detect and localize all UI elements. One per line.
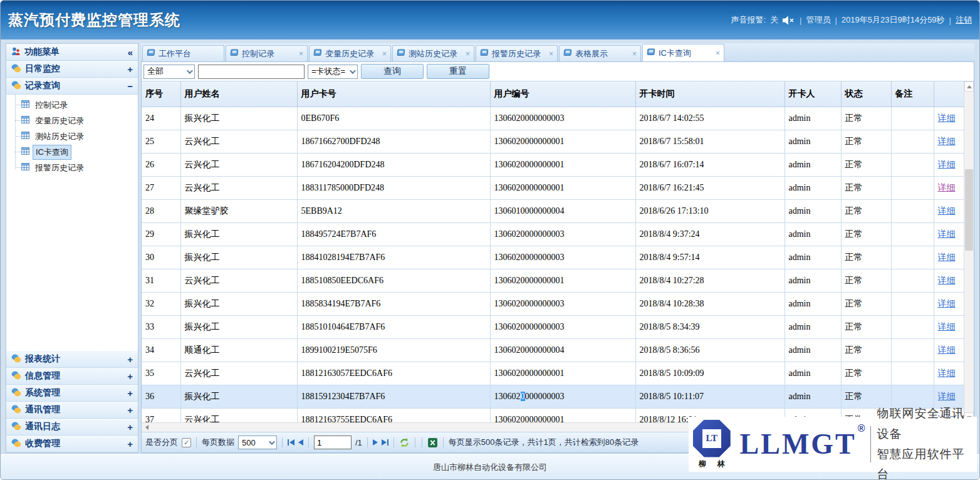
sidebar-group-fee-management[interactable]: 收费管理 + [6, 436, 138, 452]
detail-link[interactable]: 详细 [938, 113, 956, 123]
cell-card: 0EB670F6 [297, 107, 490, 130]
export-excel-icon[interactable] [427, 437, 438, 448]
cell-name: 振兴化工 [180, 292, 297, 315]
sidebar-item-label: 测站历史记录 [33, 130, 86, 143]
close-tab-icon[interactable]: × [466, 50, 470, 58]
header-status-bar: 声音报警: 关 | 管理员 | 2019年5月23日9时14分59秒 | 注销 [731, 14, 972, 26]
last-page-button[interactable] [382, 439, 388, 446]
tab-control-records[interactable]: 控制记录 × [226, 45, 308, 61]
table-row[interactable]: 33振兴化工18851010464E7B7AF61306020000000003… [142, 315, 964, 338]
cell-user_no: 1306020000000003 [490, 292, 635, 315]
scroll-up-icon[interactable] [964, 81, 974, 91]
cell-seq: 35 [142, 362, 180, 385]
table-row[interactable]: 27云兴化工188311785000DFD2481306020000000001… [142, 176, 964, 199]
detail-link[interactable]: 详细 [938, 206, 956, 216]
page-size-label: 每页数据 [202, 437, 234, 448]
sidebar-group-daily-monitoring[interactable]: 日常监控 + [6, 61, 138, 78]
reset-button[interactable]: 重置 [427, 64, 489, 79]
cell-seq: 24 [142, 107, 180, 130]
sidebar-group-comm-management[interactable]: 通讯管理 + [6, 402, 138, 419]
page-number-input[interactable] [314, 436, 352, 449]
sidebar-group-system-management[interactable]: 系统管理 + [6, 385, 138, 402]
detail-link[interactable]: 详细 [938, 368, 956, 378]
bubbles-icon [11, 81, 21, 91]
sidebar-item-alarm-history[interactable]: 报警历史记录 [6, 160, 138, 175]
tab-table-display[interactable]: 表格展示 × [559, 45, 641, 61]
close-tab-icon[interactable]: × [549, 50, 553, 58]
tab-work-platform[interactable]: 工作平台 [142, 45, 224, 61]
logout-link[interactable]: 注销 [956, 14, 972, 26]
sound-alarm-state[interactable]: 关 [770, 14, 778, 26]
sidebar-group-label: 通讯管理 [25, 404, 60, 415]
detail-link[interactable]: 详细 [938, 229, 956, 239]
table-row[interactable]: 35云兴化工18812163057EEDC6AF6130602000000000… [142, 362, 964, 385]
next-page-button[interactable] [373, 439, 378, 446]
cell-name: 云兴化工 [180, 153, 297, 176]
detail-link[interactable]: 详细 [938, 253, 956, 262]
sidebar-group-info-management[interactable]: 信息管理 + [6, 368, 138, 385]
tab-alarm-history[interactable]: 报警历史记录 × [476, 45, 558, 61]
table-row[interactable]: 24振兴化工0EB670F613060200000000032018/6/7 1… [142, 107, 964, 130]
tab-station-history[interactable]: 测站历史记录 × [392, 45, 474, 61]
bubbles-icon [11, 371, 21, 382]
detail-link[interactable]: 详细 [938, 137, 956, 146]
detail-link[interactable]: 详细 [938, 392, 956, 401]
table-row[interactable]: 34顺通化工1899100219E5075F613060200000000042… [142, 338, 964, 362]
detail-link[interactable]: 详细 [938, 322, 956, 331]
cell-status: 正常 [841, 107, 891, 130]
table-row[interactable]: 30振兴化工18841028194E7B7AF61306020000000003… [142, 246, 964, 269]
table-row[interactable]: 26云兴化工186716204200DFD2481306020000000001… [142, 153, 964, 176]
field-select[interactable]: 全部 [143, 65, 195, 79]
cell-detail: 详细 [934, 222, 964, 246]
detail-link[interactable]: 详细 [938, 160, 956, 169]
vertical-scrollbar-thumb[interactable] [965, 169, 973, 251]
close-tab-icon[interactable]: × [299, 50, 303, 58]
collapse-sidebar-button[interactable]: « [128, 47, 133, 58]
card-status-select[interactable]: =卡状态= [308, 65, 358, 79]
page-size-select[interactable]: 500 [238, 436, 277, 449]
cell-user_no: 1306020000000003 [490, 315, 635, 338]
refresh-icon[interactable] [399, 437, 410, 448]
table-row[interactable]: 29振兴化工188495724E7B7AF6130602000000000320… [142, 222, 964, 246]
prev-page-button[interactable] [298, 439, 303, 446]
keyword-input[interactable] [198, 65, 305, 79]
sidebar-item-variable-history[interactable]: 变量历史记录 [6, 113, 138, 128]
table-row[interactable]: 31云兴化工188510850EEDC6AF613060200000000012… [142, 269, 964, 292]
speaker-muted-icon[interactable] [783, 16, 795, 25]
paged-checkbox[interactable]: ✓ [182, 438, 191, 447]
first-page-button[interactable] [288, 439, 295, 446]
detail-link[interactable]: 详细 [938, 183, 956, 192]
cell-card: 18812163755EEDC6AF6 [297, 408, 490, 422]
detail-link[interactable]: 详细 [938, 299, 956, 308]
cell-remark [891, 362, 934, 385]
tab-ic-card-query[interactable]: IC卡查询 × [642, 44, 724, 61]
table-row[interactable]: 32振兴化工1885834194E7B7AF613060200000000032… [142, 292, 964, 315]
close-tab-icon[interactable]: × [716, 50, 720, 57]
tab-variable-history[interactable]: 变量历史记录 × [309, 45, 391, 61]
search-button[interactable]: 查询 [361, 64, 424, 79]
cell-operator: admin [785, 269, 841, 292]
sidebar-group-comm-logs[interactable]: 通讯日志 + [6, 419, 138, 436]
sidebar-item-control-records[interactable]: 控制记录 [6, 97, 138, 113]
sidebar-item-ic-card-query[interactable]: IC卡查询 [6, 144, 138, 160]
sidebar-header[interactable]: 功能菜单 « [6, 44, 138, 61]
scroll-left-icon[interactable] [142, 423, 152, 432]
separator [367, 437, 368, 447]
sidebar-group-report-stats[interactable]: 报表统计 + [6, 351, 138, 368]
expand-icon: + [127, 64, 133, 75]
sidebar-item-station-history[interactable]: 测站历史记录 [6, 128, 138, 144]
sidebar-group-label: 系统管理 [25, 387, 60, 399]
table-row[interactable]: 36振兴化工18815912304E7B7AF61306020000000003… [142, 385, 964, 408]
detail-link[interactable]: 详细 [938, 276, 956, 285]
detail-link[interactable]: 详细 [938, 345, 956, 355]
cell-operator: admin [785, 385, 841, 408]
vertical-scrollbar[interactable] [964, 81, 974, 422]
cell-card: 18815912304E7B7AF6 [297, 385, 490, 408]
table-row[interactable]: 28聚缘堂驴胶5EBB9A1213060100000000042018/6/26… [142, 199, 964, 222]
sidebar-group-record-query[interactable]: 记录查询 − [6, 78, 138, 95]
close-tab-icon[interactable]: × [382, 50, 387, 58]
table-row[interactable]: 25云兴化工18671662700DFD24813060200000000012… [142, 130, 964, 153]
cell-card: 18841028194E7B7AF6 [297, 246, 490, 269]
logo-caption: 柳 林 [694, 459, 729, 469]
close-tab-icon[interactable]: × [632, 50, 637, 58]
